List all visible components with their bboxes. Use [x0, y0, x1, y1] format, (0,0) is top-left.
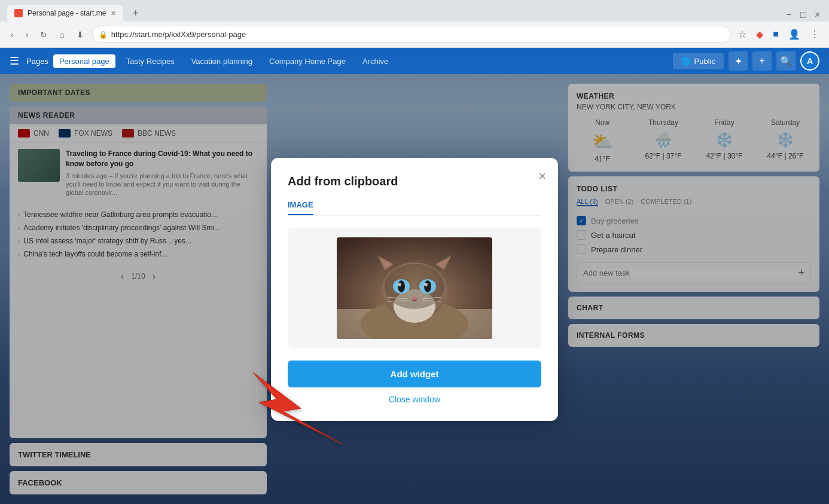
new-tab-button[interactable]: + — [128, 5, 144, 22]
svg-point-13 — [424, 280, 431, 292]
forward-button[interactable]: › — [22, 28, 32, 42]
main-content: IMPORTANT DATES NEWS READER CNN FOX NEWS — [0, 74, 829, 504]
nav-tab-company-home[interactable]: Company Home Page — [263, 54, 352, 68]
nav-tab-tasty-recipes[interactable]: Tasty Recipes — [120, 54, 181, 68]
public-button[interactable]: 🌐 Public — [673, 53, 724, 69]
add-button[interactable]: + — [752, 51, 772, 71]
user-avatar[interactable]: A — [800, 51, 819, 71]
svg-point-12 — [398, 280, 405, 292]
tab-title: Personal page - start.me — [28, 9, 106, 17]
modal-close-button[interactable]: × — [538, 170, 546, 183]
add-widget-button[interactable]: Add widget — [288, 361, 541, 387]
cat-image-preview — [337, 237, 492, 339]
profile-icon[interactable]: 👤 — [786, 26, 803, 42]
modal-title: Add from clipboard — [288, 175, 541, 188]
extension-icon[interactable]: ◆ — [754, 26, 766, 42]
pages-label: Pages — [26, 57, 48, 66]
home-button[interactable]: ⌂ — [56, 28, 68, 42]
url-text: https://start.me/p/kxlXx9/personal-page — [111, 30, 246, 39]
download-button[interactable]: ⬇ — [73, 28, 87, 42]
nav-actions: 🌐 Public ✦ + 🔍 A — [673, 51, 819, 71]
nav-tab-vacation-planning[interactable]: Vacation planning — [185, 54, 258, 68]
menu-icon[interactable]: ⋮ — [807, 26, 822, 42]
modal-tabs: IMAGE — [288, 200, 541, 216]
add-from-clipboard-modal: Add from clipboard × IMAGE — [271, 158, 558, 421]
modal-overlay: Add from clipboard × IMAGE — [0, 74, 829, 504]
modal-tab-image[interactable]: IMAGE — [288, 200, 313, 215]
window-controls: − □ × — [786, 10, 822, 17]
lock-icon: 🔒 — [99, 30, 108, 39]
tab-close-button[interactable]: × — [111, 8, 115, 18]
nav-menu-icon[interactable]: ☰ — [10, 54, 19, 68]
address-bar: ‹ › ↻ ⌂ ⬇ 🔒 https://start.me/p/kxlXx9/pe… — [0, 22, 829, 48]
public-label: Public — [694, 57, 715, 66]
window-close-button[interactable]: × — [815, 10, 822, 17]
active-tab[interactable]: Personal page - start.me × — [7, 5, 123, 22]
close-window-link[interactable]: Close window — [288, 395, 541, 404]
modal-image-preview-area — [288, 228, 541, 349]
svg-point-14 — [398, 283, 401, 286]
svg-point-15 — [424, 283, 428, 286]
url-bar[interactable]: 🔒 https://start.me/p/kxlXx9/personal-pag… — [92, 26, 732, 43]
browser-ext-icon[interactable]: ■ — [770, 26, 781, 42]
nav-tab-personal-page[interactable]: Personal page — [53, 54, 115, 68]
title-bar: Personal page - start.me × + − □ × — [0, 0, 829, 22]
customize-button[interactable]: ✦ — [729, 51, 748, 71]
maximize-button[interactable]: □ — [800, 10, 807, 17]
minimize-button[interactable]: − — [786, 10, 793, 17]
bookmark-icon[interactable]: ☆ — [736, 26, 749, 42]
tab-favicon — [14, 9, 23, 17]
app-navigation: ☰ Pages Personal page Tasty Recipes Vaca… — [0, 48, 829, 74]
reload-button[interactable]: ↻ — [36, 28, 51, 42]
nav-tab-archive[interactable]: Archive — [356, 54, 394, 68]
globe-icon: 🌐 — [681, 57, 691, 66]
browser-actions: ☆ ◆ ■ 👤 ⋮ — [736, 26, 822, 42]
search-button[interactable]: 🔍 — [776, 51, 796, 71]
back-button[interactable]: ‹ — [7, 28, 17, 42]
